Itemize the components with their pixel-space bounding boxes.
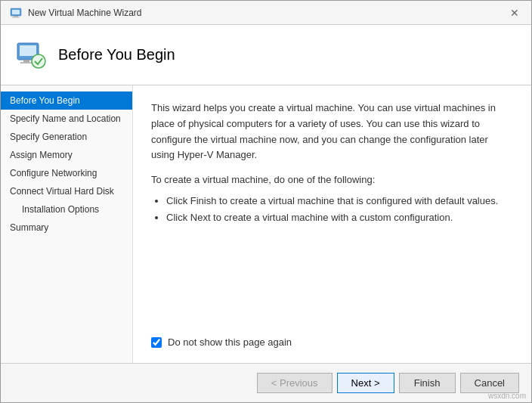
title-bar-left: New Virtual Machine Wizard — [10, 7, 142, 19]
wizard-title: Before You Begin — [58, 46, 175, 64]
bullet-item: Click Finish to create a virtual machine… — [166, 193, 513, 209]
sidebar-item[interactable]: Configure Networking — [1, 164, 132, 182]
bullet-list: Click Finish to create a virtual machine… — [166, 193, 513, 226]
cancel-button[interactable]: Cancel — [460, 373, 519, 393]
close-button[interactable]: ✕ — [507, 8, 522, 18]
computer-icon — [10, 7, 22, 19]
wizard-header-icon — [16, 40, 46, 70]
checkbox-area: Do not show this page again — [151, 324, 513, 348]
svg-rect-2 — [14, 16, 18, 17]
watermark: wsxdn.com — [488, 392, 526, 400]
finish-button[interactable]: Finish — [399, 373, 456, 393]
checkbox-label[interactable]: Do not show this page again — [168, 336, 292, 348]
sidebar-item[interactable]: Summary — [1, 219, 132, 237]
content-area: Before You BeginSpecify Name and Locatio… — [1, 85, 531, 363]
sidebar: Before You BeginSpecify Name and Locatio… — [1, 85, 133, 363]
wizard-footer: < Previous Next > Finish Cancel — [1, 363, 531, 402]
svg-rect-6 — [23, 60, 29, 62]
svg-rect-5 — [20, 45, 36, 56]
wizard-header: Before You Begin — [1, 25, 531, 85]
bullet-item: Click Next to create a virtual machine w… — [166, 209, 513, 226]
do-not-show-checkbox[interactable] — [151, 337, 162, 348]
sidebar-item[interactable]: Before You Begin — [1, 91, 132, 110]
svg-point-8 — [32, 54, 45, 68]
sidebar-item[interactable]: Installation Options — [1, 200, 132, 219]
main-content: This wizard helps you create a virtual m… — [133, 85, 531, 363]
next-button[interactable]: Next > — [337, 373, 394, 393]
previous-button[interactable]: < Previous — [257, 373, 332, 393]
sidebar-item[interactable]: Specify Generation — [1, 128, 132, 146]
sidebar-item[interactable]: Connect Virtual Hard Disk — [1, 182, 132, 200]
title-bar: New Virtual Machine Wizard ✕ — [1, 1, 531, 25]
svg-rect-7 — [20, 62, 32, 64]
intro-paragraph: This wizard helps you create a virtual m… — [151, 101, 513, 163]
svg-rect-3 — [12, 17, 20, 17]
svg-rect-1 — [12, 10, 20, 14]
sidebar-item[interactable]: Specify Name and Location — [1, 110, 132, 128]
title-bar-text: New Virtual Machine Wizard — [28, 8, 142, 18]
wizard-window: New Virtual Machine Wizard ✕ Before You … — [0, 0, 532, 403]
sidebar-item[interactable]: Assign Memory — [1, 146, 132, 164]
subtitle-text: To create a virtual machine, do one of t… — [151, 174, 513, 185]
